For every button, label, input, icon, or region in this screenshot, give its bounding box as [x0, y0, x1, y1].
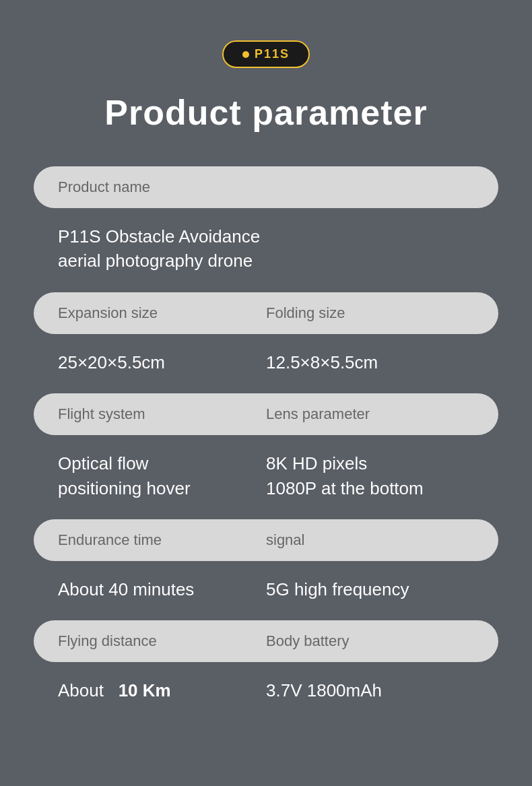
param-values-size: 25×20×5.5cm12.5×8×5.5cm	[34, 345, 498, 393]
param-header-flying-battery: Flying distanceBody battery	[34, 620, 498, 662]
param-value-cell-flying-battery-1: 3.7V 1800mAh	[266, 678, 474, 702]
badge-text: P11S	[255, 47, 290, 61]
param-value-cell-endurance-signal-1: 5G high frequency	[266, 577, 474, 601]
param-value-cell-product-name-1	[266, 224, 474, 273]
param-value-cell-size-0: 25×20×5.5cm	[58, 350, 266, 374]
badge-dot	[242, 51, 249, 58]
param-value-cell-product-name-0: P11S Obstacle Avoidanceaerial photograph…	[58, 224, 266, 273]
param-header-cell-flying-battery-0: Flying distance	[58, 632, 266, 650]
param-header-cell-flight-lens-0: Flight system	[58, 405, 266, 423]
param-header-cell-product-name-0: Product name	[58, 178, 266, 196]
param-header-cell-flying-battery-1: Body battery	[266, 632, 474, 650]
param-header-cell-endurance-signal-0: Endurance time	[58, 531, 266, 549]
param-header-endurance-signal: Endurance timesignal	[34, 519, 498, 561]
param-values-flight-lens: Optical flowpositioning hover8K HD pixel…	[34, 446, 498, 519]
param-header-cell-size-1: Folding size	[266, 304, 474, 322]
param-value-cell-endurance-signal-0: About 40 minutes	[58, 577, 266, 601]
param-header-cell-endurance-signal-1: signal	[266, 531, 474, 549]
param-value-cell-flying-battery-0: About 10 Km	[58, 678, 266, 702]
param-value-cell-flight-lens-1: 8K HD pixels1080P at the bottom	[266, 451, 474, 500]
param-value-cell-flight-lens-0: Optical flowpositioning hover	[58, 451, 266, 500]
params-container: Product nameP11S Obstacle Avoidanceaeria…	[34, 166, 498, 722]
param-header-size: Expansion sizeFolding size	[34, 292, 498, 334]
param-header-product-name: Product name	[34, 166, 498, 208]
param-values-flying-battery: About 10 Km3.7V 1800mAh	[34, 673, 498, 721]
param-values-endurance-signal: About 40 minutes5G high frequency	[34, 572, 498, 620]
param-value-cell-size-1: 12.5×8×5.5cm	[266, 350, 474, 374]
param-header-cell-size-0: Expansion size	[58, 304, 266, 322]
param-values-product-name: P11S Obstacle Avoidanceaerial photograph…	[34, 219, 498, 292]
param-header-cell-flight-lens-1: Lens parameter	[266, 405, 474, 423]
param-header-flight-lens: Flight systemLens parameter	[34, 393, 498, 435]
badge: P11S	[222, 40, 310, 68]
page-title: Product parameter	[104, 92, 427, 133]
